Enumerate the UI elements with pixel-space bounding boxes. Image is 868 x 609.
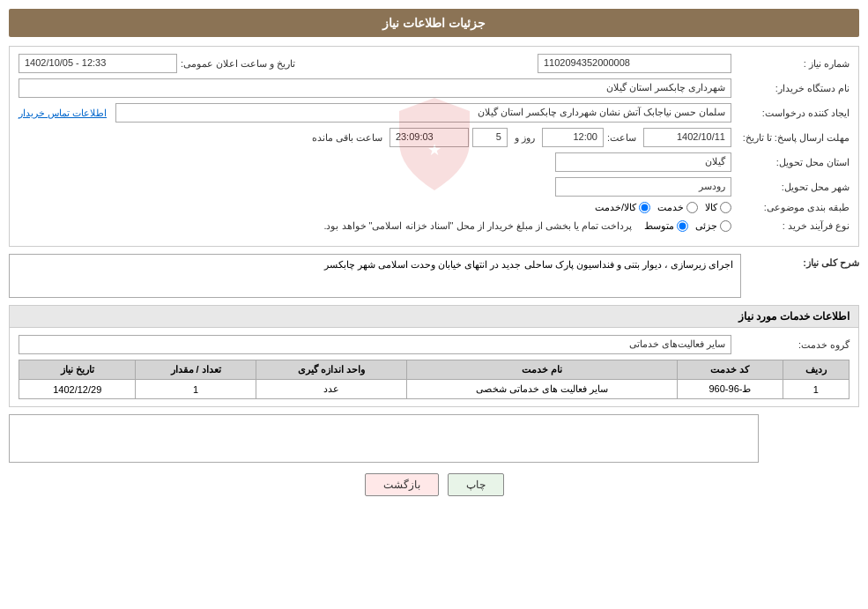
print-button[interactable]: چاپ [448, 473, 504, 496]
category-radio-both-label: کالا/خدمت [595, 202, 636, 213]
category-radio-kala[interactable]: کالا [705, 202, 731, 213]
creator-link[interactable]: اطلاعات تماس خریدار [19, 108, 107, 119]
service-group-value: سایر فعالیت‌های خدماتی [19, 335, 731, 354]
category-radio-both-input[interactable] [639, 202, 650, 213]
category-radio-khedmat-label: خدمت [657, 202, 684, 213]
province-value: گیلان [555, 152, 731, 172]
need-number-value: 1102094352000008 [538, 54, 731, 73]
service-group-label: گروه خدمت: [735, 339, 849, 351]
province-row: استان محل تحویل: گیلان [19, 152, 849, 172]
services-title: اطلاعات خدمات مورد نیاز [10, 306, 858, 328]
col-row-num: ردیف [783, 360, 849, 380]
service-group-row: گروه خدمت: سایر فعالیت‌های خدماتی [19, 335, 849, 354]
date-value: 1402/10/11 [643, 128, 731, 147]
table-cell-quantity: 1 [136, 380, 256, 399]
announcement-value: 1402/10/05 - 12:33 [19, 54, 177, 73]
services-section: اطلاعات خدمات مورد نیاز گروه خدمت: سایر … [9, 305, 859, 407]
response-deadline-row: مهلت ارسال پاسخ: تا تاریخ: 1402/10/11 سا… [19, 128, 849, 147]
province-label: استان محل تحویل: [735, 157, 849, 168]
col-date: تاریخ نیاز [19, 360, 136, 380]
creator-value: سلمان حسن نیاجابک آتش نشان شهرداری چابکس… [115, 103, 731, 123]
main-title: جزئیات اطلاعات نیاز [9, 9, 859, 37]
col-unit: واحد اندازه گیری [256, 360, 406, 380]
buyer-notes-value [9, 414, 759, 463]
services-table: ردیف کد خدمت نام خدمت واحد اندازه گیری ت… [19, 360, 849, 399]
table-cell-row: 1 [783, 380, 849, 399]
services-content: گروه خدمت: سایر فعالیت‌های خدماتی ردیف ک… [10, 328, 858, 406]
announcement-label: تاریخ و ساعت اعلان عمومی: [181, 58, 295, 70]
category-row: طبقه بندی موضوعی: کالا خدمت کالا/خدمت [19, 202, 849, 213]
buyer-org-label: نام دستگاه خریدار: [735, 83, 849, 94]
back-button[interactable]: بازگشت [365, 473, 439, 496]
purchase-radio-motavasset-label: متوسط [644, 220, 674, 232]
col-service-code: کد خدمت [678, 360, 783, 380]
purchase-radio-jozii[interactable]: جزئی [695, 220, 731, 232]
days-value: 5 [472, 128, 508, 147]
buyer-notes-label [762, 414, 859, 418]
table-cell-unit: عدد [256, 380, 406, 399]
services-title-text: اطلاعات خدمات مورد نیاز [738, 310, 849, 323]
category-radio-group: کالا خدمت کالا/خدمت [595, 202, 731, 213]
city-row: شهر محل تحویل: رودسر [19, 177, 849, 197]
buyer-org-value: شهرداری چابکسر استان گیلان [19, 78, 731, 98]
category-radio-kala-input[interactable] [720, 202, 731, 213]
city-label: شهر محل تحویل: [735, 182, 849, 193]
need-number-row: شماره نیاز : 1102094352000008 تاریخ و سا… [19, 54, 849, 73]
description-section: شرح کلی نیاز: اجرای زیرسازی ، دیوار بتنی… [9, 254, 859, 298]
table-header-row: ردیف کد خدمت نام خدمت واحد اندازه گیری ت… [19, 360, 849, 380]
response-deadline-label: مهلت ارسال پاسخ: تا تاریخ: [735, 132, 849, 144]
table-cell-name: سایر فعالیت های خدماتی شخصی [406, 380, 677, 399]
category-radio-khedmat-input[interactable] [686, 202, 698, 213]
description-value: اجرای زیرسازی ، دیوار بتنی و فنداسیون پا… [9, 254, 741, 298]
remaining-label: ساعت باقی مانده [312, 132, 382, 144]
buyer-notes-section [9, 414, 859, 463]
main-info-section: ★ شماره نیاز : 1102094352000008 تاریخ و … [9, 46, 859, 247]
table-cell-code: ط-96-960 [678, 380, 783, 399]
creator-row: ایجاد کننده درخواست: سلمان حسن نیاجابک آ… [19, 103, 849, 123]
category-radio-both[interactable]: کالا/خدمت [595, 202, 650, 213]
table-row: 1ط-96-960سایر فعالیت های خدماتی شخصیعدد1… [19, 380, 849, 399]
table-head: ردیف کد خدمت نام خدمت واحد اندازه گیری ت… [19, 360, 849, 380]
col-quantity: تعداد / مقدار [136, 360, 256, 380]
category-radio-khedmat[interactable]: خدمت [657, 202, 698, 213]
description-label: شرح کلی نیاز: [745, 254, 859, 269]
category-radio-kala-label: کالا [705, 202, 717, 213]
purchase-type-radio-group: جزئی متوسط [644, 220, 731, 232]
city-value: رودسر [555, 177, 731, 197]
purchase-radio-jozii-input[interactable] [720, 220, 731, 232]
purchase-type-row: نوع فرآیند خرید : جزئی متوسط پرداخت تمام… [19, 219, 849, 234]
table-cell-date: 1402/12/29 [19, 380, 136, 399]
days-label: روز و [515, 132, 535, 144]
purchase-type-label: نوع فرآیند خرید : [735, 220, 849, 232]
category-label: طبقه بندی موضوعی: [735, 202, 849, 213]
creator-label: ایجاد کننده درخواست: [735, 108, 849, 119]
time-label: ساعت: [607, 132, 636, 144]
button-row: چاپ بازگشت [9, 473, 859, 496]
purchase-radio-motavasset-input[interactable] [677, 220, 688, 232]
page-wrapper: جزئیات اطلاعات نیاز ★ شماره نیاز : 11020… [0, 0, 868, 609]
col-service-name: نام خدمت [406, 360, 677, 380]
purchase-radio-motavasset[interactable]: متوسط [644, 220, 688, 232]
time-value: 12:00 [542, 128, 604, 147]
table-body: 1ط-96-960سایر فعالیت های خدماتی شخصیعدد1… [19, 380, 849, 399]
page-title: جزئیات اطلاعات نیاز [382, 16, 486, 30]
remaining-value: 23:09:03 [389, 128, 469, 147]
purchase-note: پرداخت تمام یا بخشی از مبلغ خریدار از مح… [323, 219, 632, 234]
purchase-radio-jozii-label: جزئی [695, 220, 717, 232]
buyer-org-row: نام دستگاه خریدار: شهرداری چابکسر استان … [19, 78, 849, 98]
need-number-label: شماره نیاز : [735, 58, 849, 70]
